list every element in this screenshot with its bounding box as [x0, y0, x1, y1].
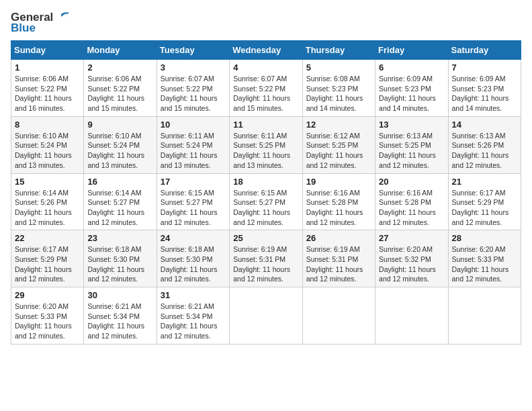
day-info: Sunrise: 6:13 AM Sunset: 5:26 PM Dayligh… [452, 131, 517, 171]
empty-day-cell [375, 287, 448, 345]
day-info: Sunrise: 6:14 AM Sunset: 5:26 PM Dayligh… [15, 188, 80, 228]
day-cell: 21 Sunrise: 6:17 AM Sunset: 5:29 PM Dayl… [448, 173, 521, 230]
weekday-header: Sunday [11, 41, 84, 60]
day-cell: 8 Sunrise: 6:10 AM Sunset: 5:24 PM Dayli… [11, 116, 84, 173]
day-info: Sunrise: 6:19 AM Sunset: 5:31 PM Dayligh… [233, 244, 298, 284]
day-cell: 26 Sunrise: 6:19 AM Sunset: 5:31 PM Dayl… [302, 230, 375, 287]
day-cell: 7 Sunrise: 6:09 AM Sunset: 5:23 PM Dayli… [448, 60, 521, 117]
day-cell: 23 Sunrise: 6:18 AM Sunset: 5:30 PM Dayl… [84, 230, 157, 287]
day-cell: 19 Sunrise: 6:16 AM Sunset: 5:28 PM Dayl… [302, 173, 375, 230]
day-info: Sunrise: 6:16 AM Sunset: 5:28 PM Dayligh… [379, 188, 444, 228]
day-number: 8 [15, 120, 80, 130]
day-cell: 13 Sunrise: 6:13 AM Sunset: 5:25 PM Dayl… [375, 116, 448, 173]
day-info: Sunrise: 6:20 AM Sunset: 5:33 PM Dayligh… [15, 302, 80, 341]
day-number: 10 [161, 120, 226, 130]
day-info: Sunrise: 6:21 AM Sunset: 5:34 PM Dayligh… [161, 302, 226, 341]
day-info: Sunrise: 6:14 AM Sunset: 5:27 PM Dayligh… [87, 188, 152, 228]
weekday-header: Thursday [302, 41, 375, 60]
day-cell: 29 Sunrise: 6:20 AM Sunset: 5:33 PM Dayl… [11, 287, 84, 345]
day-info: Sunrise: 6:16 AM Sunset: 5:28 PM Dayligh… [306, 188, 371, 228]
day-info: Sunrise: 6:18 AM Sunset: 5:30 PM Dayligh… [87, 244, 152, 284]
day-cell: 3 Sunrise: 6:07 AM Sunset: 5:22 PM Dayli… [157, 60, 229, 117]
day-cell: 10 Sunrise: 6:11 AM Sunset: 5:24 PM Dayl… [157, 116, 229, 173]
day-cell: 1 Sunrise: 6:06 AM Sunset: 5:22 PM Dayli… [11, 60, 84, 117]
day-number: 7 [452, 62, 517, 73]
day-number: 9 [87, 120, 152, 130]
day-number: 16 [87, 177, 152, 187]
day-number: 20 [379, 177, 444, 187]
day-info: Sunrise: 6:08 AM Sunset: 5:23 PM Dayligh… [306, 74, 371, 113]
day-number: 12 [306, 120, 371, 130]
logo-bird-icon [54, 11, 69, 24]
day-cell: 11 Sunrise: 6:11 AM Sunset: 5:25 PM Dayl… [230, 116, 302, 173]
weekday-header: Friday [375, 41, 448, 60]
calendar-week-row: 1 Sunrise: 6:06 AM Sunset: 5:22 PM Dayli… [11, 60, 521, 117]
page-header: General Blue [11, 11, 521, 35]
day-cell: 6 Sunrise: 6:09 AM Sunset: 5:23 PM Dayli… [375, 60, 448, 117]
day-cell: 15 Sunrise: 6:14 AM Sunset: 5:26 PM Dayl… [11, 173, 84, 230]
day-info: Sunrise: 6:15 AM Sunset: 5:27 PM Dayligh… [233, 188, 298, 228]
day-number: 21 [452, 177, 517, 187]
day-cell: 24 Sunrise: 6:18 AM Sunset: 5:30 PM Dayl… [157, 230, 229, 287]
calendar-header-row: SundayMondayTuesdayWednesdayThursdayFrid… [11, 41, 521, 60]
day-info: Sunrise: 6:21 AM Sunset: 5:34 PM Dayligh… [87, 302, 152, 341]
day-info: Sunrise: 6:17 AM Sunset: 5:29 PM Dayligh… [452, 188, 517, 228]
day-info: Sunrise: 6:07 AM Sunset: 5:22 PM Dayligh… [161, 74, 226, 113]
day-number: 3 [161, 62, 226, 73]
day-number: 2 [87, 62, 152, 73]
day-cell: 2 Sunrise: 6:06 AM Sunset: 5:22 PM Dayli… [84, 60, 157, 117]
day-info: Sunrise: 6:10 AM Sunset: 5:24 PM Dayligh… [87, 131, 152, 171]
day-number: 23 [87, 233, 152, 243]
day-number: 29 [15, 290, 80, 300]
day-cell: 20 Sunrise: 6:16 AM Sunset: 5:28 PM Dayl… [375, 173, 448, 230]
day-number: 19 [306, 177, 371, 187]
day-info: Sunrise: 6:07 AM Sunset: 5:22 PM Dayligh… [233, 74, 298, 113]
calendar-week-row: 22 Sunrise: 6:17 AM Sunset: 5:29 PM Dayl… [11, 230, 521, 287]
day-info: Sunrise: 6:10 AM Sunset: 5:24 PM Dayligh… [15, 131, 80, 171]
day-info: Sunrise: 6:12 AM Sunset: 5:25 PM Dayligh… [306, 131, 371, 171]
day-info: Sunrise: 6:20 AM Sunset: 5:32 PM Dayligh… [379, 244, 444, 284]
day-cell: 25 Sunrise: 6:19 AM Sunset: 5:31 PM Dayl… [230, 230, 302, 287]
day-info: Sunrise: 6:18 AM Sunset: 5:30 PM Dayligh… [161, 244, 226, 284]
calendar-week-row: 8 Sunrise: 6:10 AM Sunset: 5:24 PM Dayli… [11, 116, 521, 173]
logo-text-line2: Blue [11, 21, 36, 35]
day-info: Sunrise: 6:11 AM Sunset: 5:25 PM Dayligh… [233, 131, 298, 171]
weekday-header: Tuesday [157, 41, 229, 60]
day-cell: 4 Sunrise: 6:07 AM Sunset: 5:22 PM Dayli… [230, 60, 302, 117]
day-number: 15 [15, 177, 80, 187]
day-cell: 16 Sunrise: 6:14 AM Sunset: 5:27 PM Dayl… [84, 173, 157, 230]
day-info: Sunrise: 6:15 AM Sunset: 5:27 PM Dayligh… [161, 188, 226, 228]
day-cell: 14 Sunrise: 6:13 AM Sunset: 5:26 PM Dayl… [448, 116, 521, 173]
empty-day-cell [302, 287, 375, 345]
weekday-header: Wednesday [230, 41, 302, 60]
day-info: Sunrise: 6:13 AM Sunset: 5:25 PM Dayligh… [379, 131, 444, 171]
day-cell: 31 Sunrise: 6:21 AM Sunset: 5:34 PM Dayl… [157, 287, 229, 345]
day-cell: 17 Sunrise: 6:15 AM Sunset: 5:27 PM Dayl… [157, 173, 229, 230]
empty-day-cell [448, 287, 521, 345]
day-cell: 27 Sunrise: 6:20 AM Sunset: 5:32 PM Dayl… [375, 230, 448, 287]
day-number: 13 [379, 120, 444, 130]
day-number: 22 [15, 233, 80, 243]
day-number: 18 [233, 177, 298, 187]
day-cell: 22 Sunrise: 6:17 AM Sunset: 5:29 PM Dayl… [11, 230, 84, 287]
weekday-header: Monday [84, 41, 157, 60]
day-number: 4 [233, 62, 298, 73]
day-number: 24 [161, 233, 226, 243]
empty-day-cell [230, 287, 302, 345]
day-info: Sunrise: 6:06 AM Sunset: 5:22 PM Dayligh… [87, 74, 152, 113]
day-cell: 30 Sunrise: 6:21 AM Sunset: 5:34 PM Dayl… [84, 287, 157, 345]
day-info: Sunrise: 6:20 AM Sunset: 5:33 PM Dayligh… [452, 244, 517, 284]
day-number: 1 [15, 62, 80, 73]
logo: General Blue [11, 11, 69, 35]
day-info: Sunrise: 6:17 AM Sunset: 5:29 PM Dayligh… [15, 244, 80, 284]
calendar-week-row: 29 Sunrise: 6:20 AM Sunset: 5:33 PM Dayl… [11, 287, 521, 345]
day-info: Sunrise: 6:19 AM Sunset: 5:31 PM Dayligh… [306, 244, 371, 284]
day-info: Sunrise: 6:09 AM Sunset: 5:23 PM Dayligh… [379, 74, 444, 113]
day-number: 26 [306, 233, 371, 243]
day-number: 28 [452, 233, 517, 243]
day-info: Sunrise: 6:06 AM Sunset: 5:22 PM Dayligh… [15, 74, 80, 113]
day-cell: 18 Sunrise: 6:15 AM Sunset: 5:27 PM Dayl… [230, 173, 302, 230]
day-number: 14 [452, 120, 517, 130]
day-cell: 28 Sunrise: 6:20 AM Sunset: 5:33 PM Dayl… [448, 230, 521, 287]
day-number: 5 [306, 62, 371, 73]
